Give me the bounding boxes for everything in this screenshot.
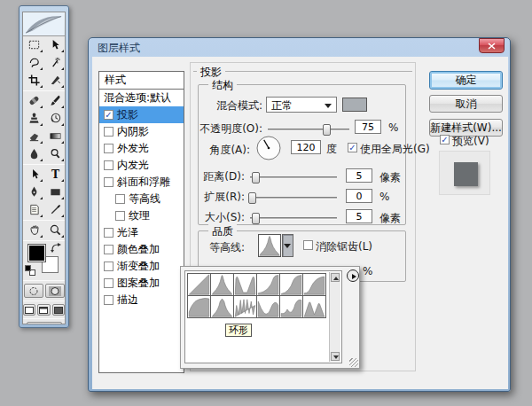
resize-grip[interactable] xyxy=(349,358,358,367)
style-item-3[interactable]: 外发光 xyxy=(99,140,184,157)
scroll-down-icon[interactable] xyxy=(331,352,340,361)
style-checkbox[interactable] xyxy=(115,194,125,204)
eraser-tool[interactable] xyxy=(23,128,44,145)
style-checkbox[interactable] xyxy=(104,278,113,288)
crop-tool[interactable] xyxy=(23,72,44,90)
size-slider-thumb[interactable] xyxy=(252,213,260,224)
style-item-7[interactable]: 纹理 xyxy=(99,207,184,224)
path-selection-tool[interactable] xyxy=(23,166,44,183)
opacity-slider-thumb[interactable] xyxy=(323,124,331,136)
style-item-label: 内阴影 xyxy=(117,123,149,140)
pen-tool[interactable] xyxy=(23,183,44,201)
blur-tool[interactable] xyxy=(23,145,44,163)
swap-colors-icon[interactable] xyxy=(51,243,63,253)
style-item-1[interactable]: ✓投影 xyxy=(99,106,184,123)
contour-thumb-cove-shallow[interactable] xyxy=(279,273,303,296)
style-checkbox[interactable] xyxy=(104,177,113,187)
contour-scrollbar[interactable] xyxy=(329,272,340,362)
magic-wand-tool[interactable] xyxy=(44,54,66,72)
angle-dial[interactable] xyxy=(255,135,282,161)
antialias-checkbox[interactable] xyxy=(303,240,313,250)
rectangular-marquee-tool[interactable] xyxy=(23,36,44,54)
style-checkbox[interactable] xyxy=(104,144,113,153)
type-tool[interactable]: T xyxy=(44,166,66,183)
style-item-9[interactable]: 颜色叠加 xyxy=(99,241,184,258)
brush-tool[interactable] xyxy=(44,92,66,110)
scroll-up-icon[interactable] xyxy=(331,273,340,282)
standard-screen-button[interactable] xyxy=(23,304,35,316)
quickmask-mode-button[interactable] xyxy=(45,284,65,298)
preview-checkbox[interactable]: ✓ xyxy=(440,135,450,144)
style-checkbox[interactable] xyxy=(104,160,113,170)
history-brush-tool[interactable] xyxy=(44,110,66,128)
contour-thumb-cove-deep[interactable] xyxy=(256,273,280,296)
contour-thumb-half-round[interactable] xyxy=(187,295,211,318)
contour-thumb-linear[interactable] xyxy=(187,273,211,296)
spread-slider[interactable] xyxy=(250,197,337,199)
style-item-10[interactable]: 渐变叠加 xyxy=(99,258,184,275)
blend-mode-select[interactable]: 正常 xyxy=(266,97,337,113)
distance-slider[interactable] xyxy=(250,176,337,179)
contour-flyout-menu-button[interactable] xyxy=(347,269,359,282)
contour-well[interactable] xyxy=(258,234,281,257)
style-checkbox[interactable] xyxy=(115,211,125,221)
use-global-light-checkbox[interactable]: ✓ xyxy=(348,143,357,152)
dialog-titlebar[interactable]: 图层样式 xyxy=(92,40,482,57)
style-checkbox[interactable] xyxy=(104,262,113,271)
slice-tool[interactable] xyxy=(44,72,66,90)
standard-mode-button[interactable] xyxy=(24,284,43,298)
style-item-4[interactable]: 内发光 xyxy=(99,157,184,174)
opacity-input[interactable] xyxy=(355,120,381,134)
distance-slider-thumb[interactable] xyxy=(252,172,260,183)
fullscreen-menubar-button[interactable] xyxy=(37,304,50,316)
foreground-color-swatch[interactable] xyxy=(28,245,45,262)
style-item-11[interactable]: 图案叠加 xyxy=(99,275,184,292)
contour-thumb-triple-ring[interactable] xyxy=(233,295,257,318)
style-checkbox[interactable]: ✓ xyxy=(104,110,113,120)
move-tool[interactable] xyxy=(44,36,66,54)
contour-thumb-two-peaks[interactable] xyxy=(302,295,326,318)
eyedropper-tool[interactable] xyxy=(44,201,66,219)
style-item-12[interactable]: 描边 xyxy=(99,292,184,308)
spread-input[interactable] xyxy=(346,189,372,203)
close-button[interactable] xyxy=(479,38,505,53)
style-checkbox[interactable] xyxy=(104,295,113,305)
contour-thumb-cone-inverted[interactable] xyxy=(233,273,257,296)
distance-input[interactable] xyxy=(346,168,372,183)
style-item-2[interactable]: 内阴影 xyxy=(99,123,184,140)
contour-thumb-cone[interactable] xyxy=(210,273,234,296)
style-item-8[interactable]: 光泽 xyxy=(99,224,184,241)
style-item-6[interactable]: 等高线 xyxy=(99,191,184,207)
style-item-5[interactable]: 斜面和浮雕 xyxy=(99,174,184,191)
fullscreen-button[interactable] xyxy=(52,304,65,316)
healing-brush-tool[interactable] xyxy=(23,92,44,110)
ok-button[interactable]: 确定 xyxy=(429,71,503,90)
contour-thumb-wave[interactable] xyxy=(256,295,280,318)
spread-slider-thumb[interactable] xyxy=(248,192,256,204)
gradient-tool[interactable] xyxy=(44,128,66,145)
jump-to-imageready-button[interactable] xyxy=(27,322,62,324)
clone-stamp-tool[interactable] xyxy=(23,110,44,128)
style-checkbox[interactable] xyxy=(104,245,113,254)
hand-tool[interactable] xyxy=(23,222,44,239)
lasso-tool[interactable] xyxy=(23,54,44,72)
fullscreen-icon xyxy=(54,307,63,314)
shadow-color-swatch[interactable] xyxy=(342,98,367,112)
style-checkbox[interactable] xyxy=(104,228,113,238)
size-slider[interactable] xyxy=(250,217,337,220)
opacity-slider[interactable] xyxy=(268,129,349,131)
contour-thumb-rolling-slope[interactable] xyxy=(279,295,303,318)
angle-input[interactable] xyxy=(291,140,321,154)
shape-tool[interactable] xyxy=(44,183,66,201)
dodge-tool[interactable] xyxy=(44,145,66,163)
contour-thumb-gaussian[interactable] xyxy=(302,273,326,296)
contour-dropdown-button[interactable] xyxy=(282,234,293,257)
notes-tool[interactable] xyxy=(23,201,44,219)
zoom-tool[interactable] xyxy=(44,222,66,239)
style-item-0[interactable]: 混合选项:默认 xyxy=(99,90,184,106)
style-checkbox[interactable] xyxy=(104,127,113,137)
size-input[interactable] xyxy=(346,209,372,223)
default-colors-icon[interactable] xyxy=(25,265,36,277)
contour-thumb-ring[interactable] xyxy=(210,295,234,318)
cancel-button[interactable]: 取消 xyxy=(429,95,503,113)
